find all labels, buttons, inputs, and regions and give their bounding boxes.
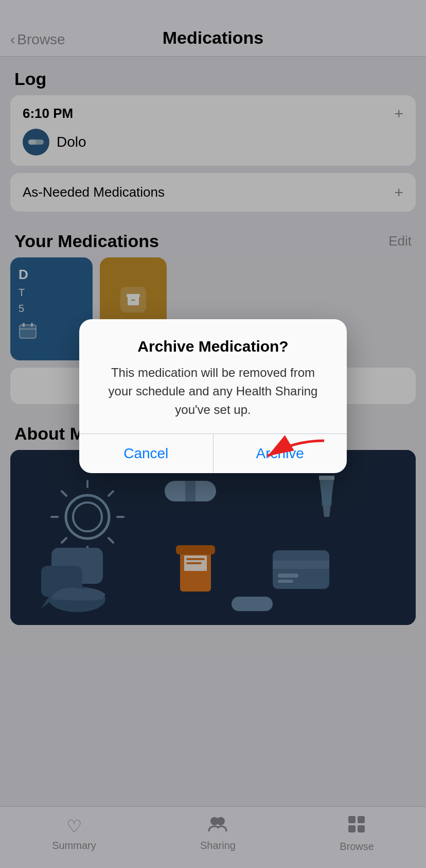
modal-description: This medication will be removed from you…	[100, 363, 326, 419]
archive-modal: Archive Medication? This medication will…	[79, 319, 347, 473]
modal-actions: Cancel Archive	[79, 433, 347, 473]
archive-confirm-button[interactable]: Archive	[214, 434, 347, 473]
cancel-button[interactable]: Cancel	[79, 434, 214, 473]
modal-title: Archive Medication?	[100, 338, 326, 355]
modal-body: Archive Medication? This medication will…	[79, 319, 347, 433]
modal-overlay: Archive Medication? This medication will…	[0, 0, 426, 868]
